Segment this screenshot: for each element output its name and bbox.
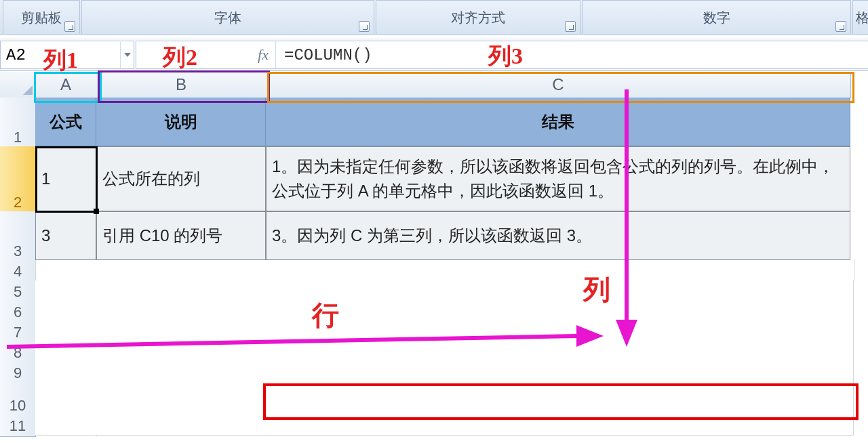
row-header-2[interactable]: 2 xyxy=(0,146,36,213)
formula-input[interactable]: =COLUMN() xyxy=(276,46,868,64)
fx-icon[interactable]: fx xyxy=(258,46,269,64)
cell-row7[interactable] xyxy=(35,321,854,342)
cell-row4[interactable] xyxy=(35,260,854,281)
ribbon-label: 剪贴板 xyxy=(21,9,62,27)
cell-B2[interactable]: 公式所在的列 xyxy=(96,146,266,211)
ribbon-group-clipboard[interactable]: 剪贴板 xyxy=(3,0,80,35)
ribbon-group-number[interactable]: 数字 xyxy=(582,0,851,35)
row-header-6[interactable]: 6 xyxy=(0,301,36,323)
column-header-B[interactable]: B xyxy=(96,72,267,98)
cell-C1[interactable]: 结果 xyxy=(266,98,850,146)
column-header-A[interactable]: A xyxy=(35,72,97,98)
row-header-10[interactable]: 10 xyxy=(0,382,36,417)
cell-A1[interactable]: 公式 xyxy=(35,98,96,146)
cell-B3[interactable]: 引用 C10 的列号 xyxy=(96,211,266,260)
row-header-9[interactable]: 9 xyxy=(0,362,36,384)
row-header-3[interactable]: 3 xyxy=(0,211,36,262)
ribbon-group-font[interactable]: 字体 xyxy=(81,0,374,35)
dialog-launcher-icon[interactable] xyxy=(565,21,576,32)
name-box[interactable] xyxy=(0,41,134,69)
cell-row10[interactable] xyxy=(35,382,854,415)
dialog-launcher-icon[interactable] xyxy=(835,21,846,32)
row-header-11[interactable]: 11 xyxy=(0,415,36,437)
name-box-dropdown-icon[interactable] xyxy=(120,42,134,68)
ribbon-group-format-partial[interactable]: 格 xyxy=(852,0,868,35)
cell-row9[interactable] xyxy=(35,362,854,383)
row-header-8[interactable]: 8 xyxy=(0,341,36,364)
ribbon-label: 格 xyxy=(856,9,868,27)
select-all-button[interactable] xyxy=(0,72,36,98)
dialog-launcher-icon[interactable] xyxy=(359,21,370,32)
cell-C2[interactable]: 1。因为未指定任何参数，所以该函数将返回包含公式的列的列号。在此例中，公式位于列… xyxy=(266,146,850,211)
row-header-1[interactable]: 1 xyxy=(0,98,36,148)
ribbon-label: 数字 xyxy=(703,9,730,27)
row-header-5[interactable]: 5 xyxy=(0,280,36,303)
formula-bar[interactable]: fx =COLUMN() xyxy=(136,41,868,69)
cell-A2[interactable]: 1 xyxy=(35,146,96,211)
row-header-7[interactable]: 7 xyxy=(0,321,36,343)
column-header-C[interactable]: C xyxy=(266,72,851,98)
dialog-launcher-icon[interactable] xyxy=(64,21,75,32)
cell-C3[interactable]: 3。因为列 C 为第三列，所以该函数返回 3。 xyxy=(266,211,850,260)
ribbon-label: 对齐方式 xyxy=(451,9,505,27)
cell-B1[interactable]: 说明 xyxy=(96,98,266,146)
cell-row11[interactable] xyxy=(35,415,854,436)
cell-row5[interactable] xyxy=(35,280,854,301)
ribbon-group-alignment[interactable]: 对齐方式 xyxy=(376,0,580,35)
cell-row6[interactable] xyxy=(35,301,854,322)
name-box-input[interactable] xyxy=(1,43,120,67)
ribbon-label: 字体 xyxy=(214,9,241,27)
cell-row8[interactable] xyxy=(35,341,854,362)
row-header-4[interactable]: 4 xyxy=(0,260,36,282)
cell-A3[interactable]: 3 xyxy=(35,211,96,260)
